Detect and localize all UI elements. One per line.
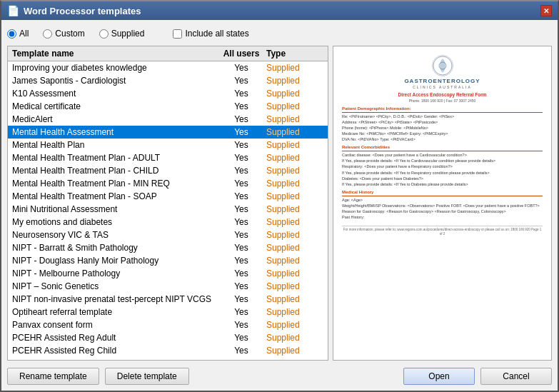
radio-supplied[interactable]: Supplied xyxy=(99,29,145,39)
list-item[interactable]: Mini Nutritional AssessmentYesSupplied xyxy=(8,203,328,216)
list-item[interactable]: Mental Health AssessmentYesSupplied xyxy=(8,126,328,139)
preview-field: DVA No: <PtDVANo> Type: <PtDVACard> xyxy=(342,137,543,142)
template-all-users: Yes xyxy=(216,217,266,227)
template-name: NIPT - Barratt & Smith Pathology xyxy=(12,243,216,253)
template-all-users: Yes xyxy=(216,166,266,176)
template-name: PCEHR Assisted Reg Child xyxy=(12,346,216,356)
bottom-right-buttons: Open Cancel xyxy=(403,368,552,385)
preview-field: Weight/Height/BMI/SP Observations: <Obse… xyxy=(342,203,543,208)
preview-document: GASTROENTEROLOGY CLINICS AUSTRALIA Direc… xyxy=(336,49,548,242)
template-type: Supplied xyxy=(266,114,323,124)
preview-field: If Yes, please provide details: <If Yes … xyxy=(342,159,543,164)
template-list-body[interactable]: Improving your diabetes knowledgeYesSupp… xyxy=(8,61,328,360)
preview-field: If Yes, please provide details: <If Yes … xyxy=(342,171,543,176)
template-type: Supplied xyxy=(266,101,323,111)
template-type: Supplied xyxy=(266,268,323,278)
preview-section-title: Patient Demographic Information: xyxy=(342,106,543,113)
template-all-users: Yes xyxy=(216,63,266,73)
template-type: Supplied xyxy=(266,333,323,343)
rename-button[interactable]: Rename template xyxy=(7,368,99,385)
template-type: Supplied xyxy=(266,166,323,176)
list-item[interactable]: Medical certificateYesSupplied xyxy=(8,100,328,113)
preview-field: Diabetes: <Does your patient have Diabet… xyxy=(342,176,543,181)
template-all-users: Yes xyxy=(216,320,266,330)
phone-line: Phone: 1800 166 920 | Fax: 07 3007 2450 xyxy=(342,99,543,104)
template-type: Supplied xyxy=(266,346,323,356)
list-item[interactable]: NIPT – Sonic GeneticsYesSupplied xyxy=(8,280,328,293)
template-type: Supplied xyxy=(266,256,323,266)
list-item[interactable]: Mental Health Treatment Plan - SOAPYesSu… xyxy=(8,190,328,203)
template-all-users: Yes xyxy=(216,346,266,356)
template-type: Supplied xyxy=(266,320,323,330)
list-item[interactable]: James Sapontis - CardiologistYesSupplied xyxy=(8,74,328,87)
list-item[interactable]: Mental Health PlanYesSupplied xyxy=(8,139,328,151)
list-item[interactable]: Neurosensory VIC & TASYesSupplied xyxy=(8,228,328,241)
preview-panel: GASTROENTEROLOGY CLINICS AUSTRALIA Direc… xyxy=(333,46,552,361)
template-type: Supplied xyxy=(266,230,323,240)
template-type: Supplied xyxy=(266,243,323,253)
filter-bar: All Custom Supplied Include all states xyxy=(7,26,552,41)
list-item[interactable]: Mental Health Treatment Plan - MIN REQYe… xyxy=(8,177,328,190)
template-type: Supplied xyxy=(266,191,323,201)
template-all-users: Yes xyxy=(216,140,266,150)
template-all-users: Yes xyxy=(216,76,266,86)
template-all-users: Yes xyxy=(216,179,266,189)
preview-header: GASTROENTEROLOGY CLINICS AUSTRALIA Direc… xyxy=(342,55,543,104)
preview-body: Patient Demographic Information:Re: <PtF… xyxy=(342,106,543,221)
list-item[interactable]: Mental Health Treatment Plan - CHILDYesS… xyxy=(8,164,328,177)
template-name: Neurosensory VIC & TAS xyxy=(12,230,216,240)
list-item[interactable]: NIPT - Melbourne PathologyYesSupplied xyxy=(8,267,328,280)
template-all-users: Yes xyxy=(216,127,266,137)
close-button[interactable]: ✕ xyxy=(540,5,552,16)
radio-all[interactable]: All xyxy=(7,29,29,39)
template-all-users: Yes xyxy=(216,89,266,99)
bottom-bar: Rename template Delete template Open Can… xyxy=(7,365,552,385)
template-type: Supplied xyxy=(266,294,323,304)
template-all-users: Yes xyxy=(216,153,266,163)
preview-field: Medicare No: <PtMCNo> <PtMCIRef> Expiry:… xyxy=(342,131,543,136)
list-item[interactable]: My emotions and diabetesYesSupplied xyxy=(8,216,328,228)
list-item[interactable]: Improving your diabetes knowledgeYesSupp… xyxy=(8,61,328,74)
list-item[interactable]: MedicAlertYesSupplied xyxy=(8,113,328,126)
content-area: All Custom Supplied Include all states T… xyxy=(1,20,558,391)
list-item[interactable]: NIPT - Barratt & Smith PathologyYesSuppl… xyxy=(8,241,328,254)
clinic-logo xyxy=(432,55,453,76)
cancel-button[interactable]: Cancel xyxy=(480,368,552,385)
list-item[interactable]: Panvax consent formYesSupplied xyxy=(8,318,328,331)
open-button[interactable]: Open xyxy=(403,368,475,385)
template-type: Supplied xyxy=(266,307,323,317)
template-type: Supplied xyxy=(266,179,323,189)
preview-field: Respiratory: <Does your patient have a R… xyxy=(342,164,543,169)
template-all-users: Yes xyxy=(216,191,266,201)
template-all-users: Yes xyxy=(216,204,266,214)
template-name: Mental Health Assessment xyxy=(12,127,216,137)
template-type: Supplied xyxy=(266,76,323,86)
template-name: NIPT - Melbourne Pathology xyxy=(12,268,216,278)
list-item[interactable]: PCEHR Assisted Reg ChildYesSupplied xyxy=(8,344,328,357)
list-item[interactable]: Optiheart referral templateYesSupplied xyxy=(8,306,328,318)
list-item[interactable]: NIPT - Douglass Hanly Moir PathologyYesS… xyxy=(8,254,328,267)
preview-footer: For more information, please refer to: w… xyxy=(342,226,543,236)
template-name: NIPT – Sonic Genetics xyxy=(12,281,216,291)
header-type: Type xyxy=(266,49,323,59)
list-item[interactable]: NIPT non-invasive prenatal test-percept … xyxy=(8,293,328,306)
template-name: PCEHR Assisted Reg Adult xyxy=(12,333,216,343)
checkbox-include-all-states[interactable]: Include all states xyxy=(173,29,248,39)
list-item[interactable]: K10 AssessmentYesSupplied xyxy=(8,87,328,100)
radio-custom[interactable]: Custom xyxy=(43,29,84,39)
template-name: Improving your diabetes knowledge xyxy=(12,63,216,73)
list-item[interactable]: PCEHR Assisted Reg AdultYesSupplied xyxy=(8,331,328,344)
template-name: Panvax consent form xyxy=(12,320,216,330)
main-area: Template name All users Type Improving y… xyxy=(7,46,552,361)
template-type: Supplied xyxy=(266,63,323,73)
template-all-users: Yes xyxy=(216,114,266,124)
window-icon: 📄 xyxy=(7,5,19,16)
template-list-panel: Template name All users Type Improving y… xyxy=(7,46,328,361)
header-name: Template name xyxy=(12,49,216,59)
preview-field: If Yes, please provide details: <If Yes … xyxy=(342,182,543,187)
delete-button[interactable]: Delete template xyxy=(105,368,189,385)
preview-field: Past History: xyxy=(342,215,543,220)
template-name: Mental Health Treatment Plan - ADULT xyxy=(12,153,216,163)
list-item[interactable]: Mental Health Treatment Plan - ADULTYesS… xyxy=(8,151,328,164)
template-name: Medical certificate xyxy=(12,101,216,111)
